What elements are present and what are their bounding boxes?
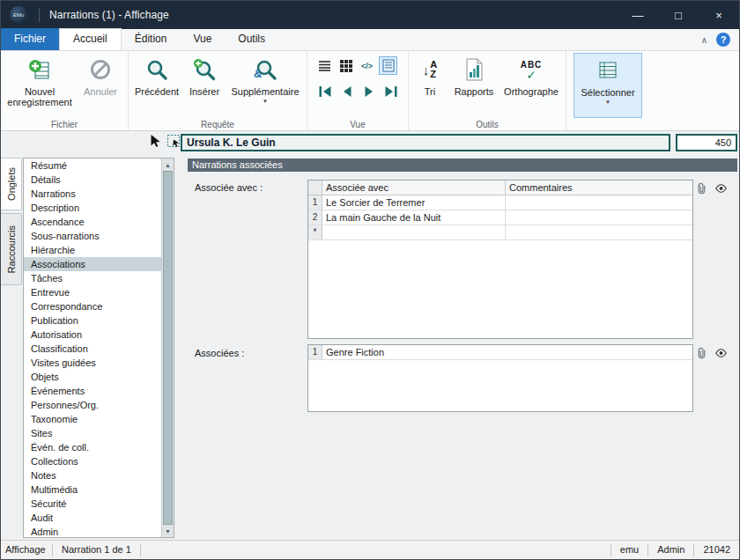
sidebar-item[interactable]: Détails — [24, 173, 161, 187]
select-label: Sélectionner — [581, 87, 634, 98]
previous-record-button[interactable] — [337, 83, 356, 100]
help-icon[interactable]: ? — [716, 33, 730, 47]
next-record-icon — [362, 85, 376, 99]
view-code-toggle[interactable]: </> — [358, 56, 376, 75]
spelling-label: Orthographe — [504, 86, 559, 97]
cell-commentaires[interactable] — [506, 195, 692, 210]
app-icon[interactable]: EMu — [10, 6, 27, 24]
sidebar-item[interactable]: Classification — [24, 342, 161, 356]
select-all-tool-button[interactable] — [166, 133, 181, 149]
sidebar-item[interactable]: Narrations — [24, 187, 161, 201]
column-header-commentaires[interactable]: Commentaires — [506, 181, 692, 195]
sidebar-item[interactable]: Objets — [24, 370, 161, 384]
cell-associees[interactable]: Genre Fiction — [322, 345, 692, 359]
view-page-toggle[interactable] — [379, 56, 397, 75]
select-icon — [596, 56, 619, 85]
record-title-field[interactable]: Ursula K. Le Guin — [181, 134, 670, 151]
close-button[interactable]: × — [699, 1, 739, 29]
sidebar-item[interactable]: Sites — [24, 426, 161, 440]
sidebar-item[interactable]: Autorisation — [24, 328, 161, 342]
sidebar-item[interactable]: Personnes/Org. — [24, 398, 161, 412]
sidebar-item[interactable]: Évén. de coll. — [24, 440, 161, 454]
last-record-button[interactable] — [381, 83, 400, 100]
sidebar-item-label: Notes — [31, 470, 56, 481]
cell-associee-avec[interactable] — [322, 225, 506, 239]
cell-commentaires[interactable] — [506, 225, 692, 239]
sidebar-item[interactable]: Admin — [24, 525, 161, 538]
status-mode: Affichage — [1, 541, 52, 559]
new-record-icon — [27, 55, 52, 84]
sidebar-item[interactable]: Multimédia — [24, 483, 161, 497]
new-record-button[interactable]: Nouvel enregistrement — [4, 53, 76, 116]
pointer-tool-button[interactable] — [147, 133, 163, 149]
tab-vue[interactable]: Vue — [180, 28, 225, 50]
sidebar-item[interactable]: Sous-narrations — [24, 229, 161, 243]
status-record-position: Narration 1 de 1 — [53, 541, 140, 559]
sidebar-tab-onglets[interactable]: Onglets — [1, 158, 22, 210]
attachment-icon[interactable] — [695, 346, 708, 360]
attachment-icon[interactable] — [695, 181, 708, 195]
reports-button[interactable]: Rapports — [448, 53, 500, 116]
sidebar-item-label: Hiérarchie — [31, 245, 75, 255]
sidebar-item[interactable]: Entrevue — [24, 285, 161, 299]
sidebar-item[interactable]: Notes — [24, 468, 161, 483]
sidebar-scrollbar[interactable]: ▲ ▼ — [161, 158, 174, 537]
minimize-button[interactable]: — — [618, 1, 658, 29]
view-grid-toggle[interactable] — [337, 56, 355, 75]
sidebar-item[interactable]: Sécurité — [24, 497, 161, 511]
cancel-icon — [89, 55, 112, 84]
tab-accueil[interactable]: Accueil — [59, 28, 122, 50]
sidebar-item[interactable]: Collections — [24, 454, 161, 468]
tab-edition[interactable]: Édition — [122, 28, 181, 50]
sidebar-item[interactable]: Publication — [24, 313, 161, 328]
insert-query-button[interactable]: Insérer — [182, 53, 226, 116]
cell-commentaires[interactable] — [506, 210, 692, 225]
table-row[interactable]: 1 Le Sorcier de Terremer — [308, 195, 692, 210]
group-label-outils: Outils — [409, 120, 566, 129]
sidebar-item[interactable]: Audit — [24, 511, 161, 525]
first-record-button[interactable] — [315, 83, 334, 100]
ribbon-group-outils: ↓ AZ Tri — [409, 51, 566, 130]
scrollbar-thumb[interactable] — [163, 171, 173, 525]
cell-associee-avec[interactable]: Le Sorcier de Terremer — [322, 195, 506, 210]
view-record-eye-icon[interactable] — [714, 347, 729, 359]
spelling-button[interactable]: ABC ✓ Orthographe — [500, 53, 563, 116]
sidebar-item-label: Admin — [31, 527, 58, 537]
table-row[interactable]: * — [308, 225, 692, 240]
ribbon: Nouvel enregistrement Annuler Fichier — [1, 51, 739, 131]
sidebar-item[interactable]: Ascendance — [24, 215, 161, 229]
sidebar-item[interactable]: Associations — [24, 257, 161, 271]
select-button[interactable]: Sélectionner ▼ — [574, 53, 642, 118]
sort-button[interactable]: ↓ AZ Tri — [411, 53, 448, 116]
additional-search-icon: & — [253, 55, 278, 84]
cell-associee-avec[interactable]: La main Gauche de la Nuit — [322, 210, 506, 225]
next-record-button[interactable] — [359, 83, 378, 100]
table-header-row: Associée avec Commentaires — [308, 181, 692, 195]
sidebar-item-label: Évén. de coll. — [31, 442, 89, 453]
table-row[interactable]: 2 La main Gauche de la Nuit — [308, 210, 692, 225]
previous-query-button[interactable]: Précédent — [131, 53, 182, 116]
sidebar-item[interactable]: Hiérarchie — [24, 243, 161, 257]
view-list-toggle[interactable] — [315, 56, 334, 75]
collapse-ribbon-icon[interactable]: ∧ — [701, 35, 707, 45]
scroll-up-icon[interactable]: ▲ — [162, 158, 174, 171]
scroll-down-icon[interactable]: ▼ — [162, 525, 174, 537]
additional-query-button[interactable]: & Supplémentaire ▼ — [226, 53, 304, 116]
column-header-associee-avec[interactable]: Associée avec — [322, 181, 506, 195]
maximize-button[interactable]: □ — [658, 1, 699, 29]
sidebar-item[interactable]: Taxonomie — [24, 412, 161, 426]
table-row[interactable]: 1 Genre Fiction — [308, 345, 692, 360]
view-record-eye-icon[interactable] — [714, 182, 729, 195]
sidebar-item[interactable]: Correspondance — [24, 299, 161, 313]
cancel-button[interactable]: Annuler — [76, 53, 125, 116]
sidebar-item[interactable]: Description — [24, 201, 161, 215]
sidebar-item[interactable]: Visites guidées — [24, 356, 161, 370]
header-row-number-cell — [308, 181, 322, 195]
sidebar-item[interactable]: Tâches — [24, 271, 161, 285]
sidebar-item[interactable]: Événements — [24, 384, 161, 398]
sidebar-tab-raccourcis[interactable]: Raccourcis — [1, 213, 22, 285]
tab-fichier[interactable]: Fichier — [1, 28, 59, 50]
sidebar-item[interactable]: Résumé — [24, 158, 161, 173]
status-port: 21042 — [694, 541, 739, 559]
tab-outils[interactable]: Outils — [225, 28, 278, 50]
